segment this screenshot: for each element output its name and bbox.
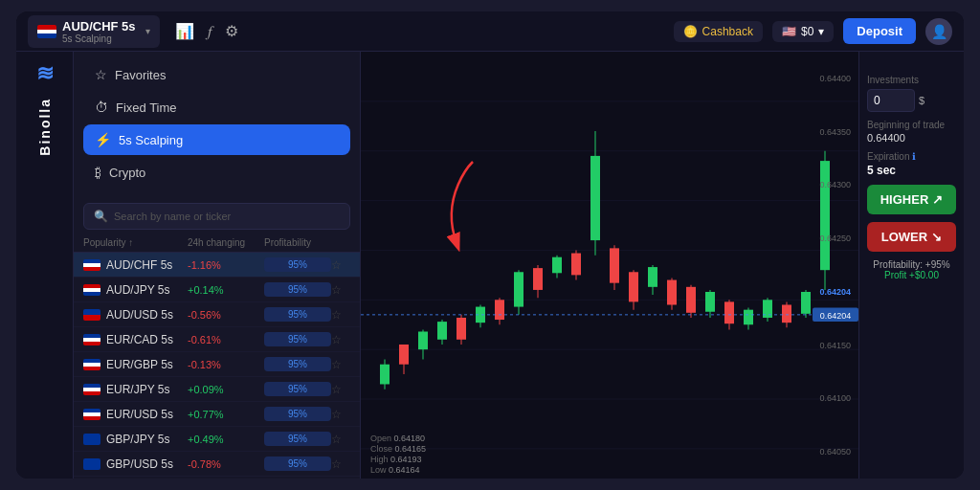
arrow-up-icon: ↗	[932, 192, 943, 207]
balance-button[interactable]: 🇺🇸 $0 ▾	[772, 21, 834, 42]
table-row[interactable]: NZD/USD 5s 0% 95% ☆	[74, 477, 360, 479]
avatar[interactable]: 👤	[925, 18, 952, 45]
asset-flag	[37, 25, 56, 38]
svg-rect-42	[686, 287, 696, 313]
svg-rect-52	[782, 304, 791, 323]
sidebar-item-favorites[interactable]: ☆ Favorites	[83, 59, 350, 90]
star-icon[interactable]: ☆	[331, 433, 350, 446]
balance-chevron-icon: ▾	[818, 25, 824, 38]
table-row[interactable]: AUD/CHF 5s -1.16% 95% ☆	[74, 253, 360, 278]
table-row[interactable]: AUD/USD 5s -0.56% 95% ☆	[74, 302, 360, 327]
svg-text:0.64204: 0.64204	[820, 311, 851, 321]
col-popularity: Popularity ↑	[83, 237, 188, 248]
svg-rect-48	[744, 310, 753, 325]
favorites-icon: ☆	[95, 67, 107, 82]
binolla-logo: Binolla	[37, 98, 53, 156]
cashback-icon: 🪙	[683, 25, 698, 38]
flag-gbpjpy	[83, 434, 100, 445]
table-row[interactable]: GBP/JPY 5s +0.49% 95% ☆	[74, 427, 360, 452]
svg-rect-14	[418, 331, 428, 349]
settings-icon[interactable]: ⚙	[225, 22, 238, 40]
expiration-section: Expiration ℹ 5 sec	[867, 151, 956, 177]
top-bar-right: 🪙 Cashback 🇺🇸 $0 ▾ Deposit 👤	[674, 18, 952, 45]
right-panel: Decor Investments $ Beginning of trade 0…	[858, 52, 964, 479]
cashback-label: Cashback	[702, 25, 753, 38]
sidebar-item-fixed-time[interactable]: ⏱ Fixed Time	[83, 92, 350, 122]
table-row[interactable]: EUR/JPY 5s +0.09% 95% ☆	[74, 377, 360, 402]
chart-area: 0.64204 0.64400 0.64350 0.64300 0.64250 …	[361, 52, 858, 479]
flag-eurgbp	[83, 359, 100, 370]
svg-rect-46	[724, 301, 734, 323]
search-icon: 🔍	[94, 210, 108, 223]
binolla-icon: ≋	[36, 61, 54, 86]
star-icon[interactable]: ☆	[331, 283, 350, 297]
table-row[interactable]: EUR/USD 5s +0.77% 95% ☆	[74, 402, 360, 427]
svg-rect-22	[495, 300, 504, 320]
table-row[interactable]: EUR/CAD 5s -0.61% 95% ☆	[74, 327, 360, 352]
asset-selector[interactable]: AUD/CHF 5s 5s Scalping ▾	[28, 15, 160, 48]
lower-button[interactable]: LOWER ↘	[867, 222, 956, 252]
stat-close: 0.64165	[395, 444, 427, 454]
investment-input[interactable]	[867, 89, 915, 112]
chart-tool-icons: 📊 𝑓 ⚙	[175, 22, 238, 40]
beginning-trade-value: 0.64400	[867, 132, 956, 144]
favorites-label: Favorites	[115, 68, 166, 82]
dropdown-panel: ☆ Favorites ⏱ Fixed Time ⚡ 5s Scalping ₿…	[74, 52, 361, 479]
svg-rect-38	[648, 267, 657, 287]
crypto-label: Crypto	[109, 166, 145, 180]
star-icon[interactable]: ☆	[331, 258, 350, 272]
star-icon[interactable]: ☆	[331, 457, 350, 471]
flag-audusd	[83, 309, 100, 321]
svg-rect-26	[533, 268, 543, 290]
instrument-cell: AUD/CHF 5s	[83, 258, 188, 272]
higher-button[interactable]: HIGHER ↗	[867, 185, 956, 214]
svg-rect-36	[629, 272, 638, 301]
bar-chart-icon[interactable]: 📊	[175, 22, 194, 40]
indicators-icon[interactable]: 𝑓	[208, 23, 212, 40]
top-bar: AUD/CHF 5s 5s Scalping ▾ 📊 𝑓 ⚙ 🪙 Cashbac…	[16, 11, 964, 52]
search-input[interactable]: 🔍 Search by name or ticker	[83, 203, 350, 230]
chart-svg: 0.64204	[361, 52, 858, 479]
fixed-time-label: Fixed Time	[116, 100, 177, 115]
sidebar-item-5s-scalping[interactable]: ⚡ 5s Scalping	[83, 124, 350, 155]
star-icon[interactable]: ☆	[331, 333, 350, 346]
svg-rect-16	[437, 322, 447, 340]
search-bar: 🔍 Search by name or ticker	[74, 195, 360, 234]
expiration-info-icon: ℹ	[912, 151, 916, 162]
star-icon[interactable]: ☆	[331, 308, 350, 322]
sidebar-item-crypto[interactable]: ₿ Crypto	[83, 157, 350, 188]
bottom-stats: Open 0.64180 Close 0.64165 High 0.64193 …	[370, 434, 426, 475]
star-icon[interactable]: ☆	[331, 383, 350, 396]
star-icon[interactable]: ☆	[331, 358, 350, 371]
asset-name: AUD/CHF 5s	[62, 19, 136, 33]
flag-gbpusd	[83, 458, 100, 470]
stat-open: 0.64180	[394, 434, 426, 443]
star-icon[interactable]: ☆	[331, 408, 350, 421]
beginning-trade-label: Beginning of trade	[867, 120, 956, 130]
scalping-icon: ⚡	[95, 132, 111, 147]
table-row[interactable]: EUR/GBP 5s -0.13% 95% ☆	[74, 352, 360, 377]
flag-eurcad	[83, 334, 100, 345]
svg-rect-56	[820, 161, 830, 270]
investments-label: Investments	[867, 75, 956, 85]
search-placeholder: Search by name or ticker	[114, 211, 231, 222]
svg-rect-28	[552, 257, 562, 274]
profitability-label: Profitability: +95%	[867, 259, 956, 270]
cashback-button[interactable]: 🪙 Cashback	[674, 21, 763, 42]
deposit-button[interactable]: Deposit	[843, 18, 916, 44]
table-row[interactable]: AUD/JPY 5s +0.14% 95% ☆	[74, 278, 360, 302]
table-row[interactable]: GBP/USD 5s -0.78% 95% ☆	[74, 452, 360, 477]
investments-section: Investments $	[867, 75, 956, 112]
main-content: ≋ Binolla ☆ Favorites ⏱ Fixed Time ⚡ 5s …	[16, 52, 964, 479]
asset-sub: 5s Scalping	[62, 33, 136, 44]
currency-label: $	[919, 95, 924, 106]
svg-rect-10	[380, 365, 390, 385]
svg-rect-54	[801, 292, 811, 314]
profitability-info: Profitability: +95% Profit +$0.00	[867, 259, 956, 280]
scalping-label: 5s Scalping	[119, 133, 183, 147]
svg-rect-44	[705, 292, 715, 312]
beginning-trade-section: Beginning of trade 0.64400	[867, 120, 956, 144]
balance-value: $0	[801, 25, 813, 38]
svg-rect-30	[571, 254, 581, 276]
crypto-icon: ₿	[95, 165, 101, 180]
